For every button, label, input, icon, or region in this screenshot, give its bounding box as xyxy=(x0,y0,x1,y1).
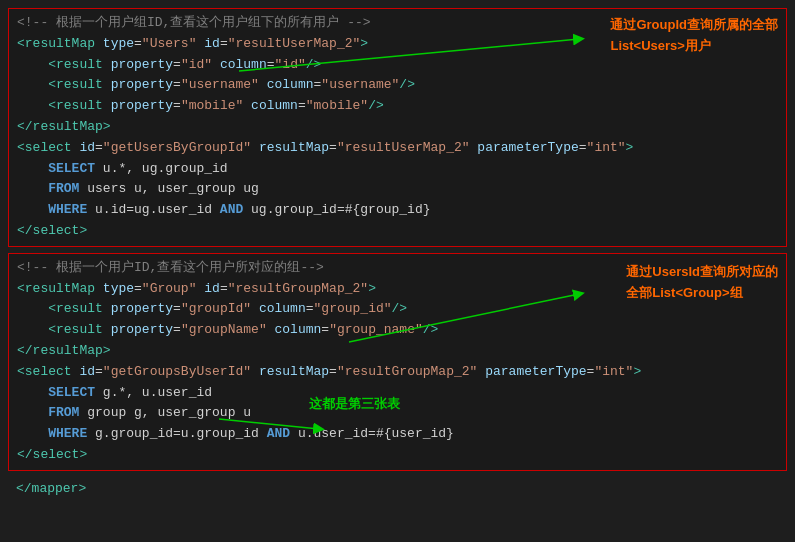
code-line: SELECT u.*, ug.group_id xyxy=(17,159,778,180)
code-line: </resultMap> xyxy=(17,117,778,138)
code-line: WHERE g.group_id=u.group_id AND u.user_i… xyxy=(17,424,778,445)
code-line: <result property="username" column="user… xyxy=(17,75,778,96)
code-block-1: <!-- 根据一个用户组ID,查看这个用户组下的所有用户 --><resultM… xyxy=(8,8,787,247)
code-line: <result property="groupName" column="gro… xyxy=(17,320,778,341)
code-line: </select> xyxy=(17,221,778,242)
code-line: <result property="mobile" column="mobile… xyxy=(17,96,778,117)
footer-mapper: </mapper> xyxy=(8,477,787,500)
main-container: <!-- 根据一个用户组ID,查看这个用户组下的所有用户 --><resultM… xyxy=(0,0,795,542)
code-line: </resultMap> xyxy=(17,341,778,362)
annotation-block1: 通过GroupId查询所属的全部List<Users>用户 xyxy=(610,15,778,57)
code-line: WHERE u.id=ug.user_id AND ug.group_id=#{… xyxy=(17,200,778,221)
annotation-block2: 通过UsersId查询所对应的全部List<Group>组 xyxy=(626,262,778,304)
footer-text: </mapper> xyxy=(16,481,86,496)
code-line: <result property="id" column="id"/> xyxy=(17,55,778,76)
code-block-2: <!-- 根据一个用户ID,查看这个用户所对应的组--><resultMap t… xyxy=(8,253,787,471)
code-line: FROM users u, user_group ug xyxy=(17,179,778,200)
code-line: <select id="getUsersByGroupId" resultMap… xyxy=(17,138,778,159)
annotation-3rd-table: 这都是第三张表 xyxy=(309,394,400,415)
code-line: </select> xyxy=(17,445,778,466)
code-line: <select id="getGroupsByUserId" resultMap… xyxy=(17,362,778,383)
